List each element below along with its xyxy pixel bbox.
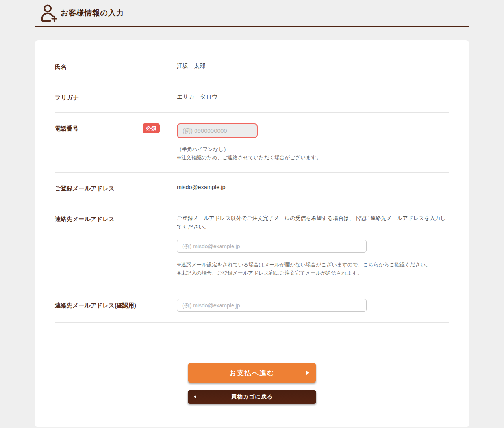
blank-note-line: ※未記入の場合、ご登録メールアドレス宛にご注文完了メールが送信されます。: [177, 269, 449, 277]
form-row-contact-email-confirm: 連絡先メールアドレス(確認用): [55, 288, 449, 323]
contact-email-label: 連絡先メールアドレス: [55, 214, 177, 277]
kochira-link[interactable]: こちら: [363, 262, 379, 268]
action-buttons: お支払へ進む 買物カゴに戻る: [55, 323, 449, 404]
contact-email-description: ご登録メールアドレス以外でご注文完了メールの受信を希望する場合は、下記に連絡先メ…: [177, 214, 448, 231]
contact-email-confirm-cell: [177, 299, 449, 312]
required-badge: 必須: [143, 123, 160, 133]
contact-email-input[interactable]: [177, 240, 367, 253]
name-value: 江坂 太郎: [177, 62, 449, 71]
contact-email-notes: ※迷惑メール設定をされている場合はメールが届かない場合がございますので、こちらか…: [177, 261, 449, 277]
phone-value-cell: （半角ハイフンなし） ※注文確認のため、ご連絡させていただく場合がございます。: [177, 123, 449, 162]
arrow-left-icon: [194, 395, 196, 399]
form-row-phone: 電話番号 必須 （半角ハイフンなし） ※注文確認のため、ご連絡させていただく場合…: [55, 113, 449, 173]
name-label: 氏名: [55, 62, 177, 71]
form-row-contact-email: 連絡先メールアドレス ご登録メールアドレス以外でご注文完了メールの受信を希望する…: [55, 203, 449, 288]
contact-email-cell: ご登録メールアドレス以外でご注文完了メールの受信を希望する場合は、下記に連絡先メ…: [177, 214, 449, 277]
phone-note-format: （半角ハイフンなし）: [177, 145, 449, 153]
form-row-name: 氏名 江坂 太郎: [55, 51, 449, 82]
phone-input[interactable]: [177, 123, 258, 138]
phone-notes: （半角ハイフンなし） ※注文確認のため、ご連絡させていただく場合がございます。: [177, 145, 449, 162]
furigana-label: フリガナ: [55, 93, 177, 102]
page-title: お客様情報の入力: [61, 8, 124, 18]
spam-note-line: ※迷惑メール設定をされている場合はメールが届かない場合がございますので、こちらか…: [177, 261, 449, 269]
registered-email-value: misdo@example.jp: [177, 183, 449, 192]
back-to-cart-button[interactable]: 買物カゴに戻る: [188, 390, 316, 404]
arrow-right-icon: [306, 370, 309, 375]
phone-label-cell: 電話番号 必須: [55, 123, 177, 162]
page-header: お客様情報の入力: [35, 0, 469, 27]
furigana-value: エサカ タロウ: [177, 93, 449, 102]
form-row-registered-email: ご登録メールアドレス misdo@example.jp: [55, 173, 449, 203]
proceed-to-payment-button[interactable]: お支払へ進む: [188, 363, 316, 383]
registered-email-label: ご登録メールアドレス: [55, 183, 177, 192]
customer-info-card: 氏名 江坂 太郎 フリガナ エサカ タロウ 電話番号 必須 （半角ハイフンなし）…: [35, 40, 469, 427]
person-add-icon: [39, 4, 57, 22]
contact-email-confirm-input[interactable]: [177, 299, 367, 312]
form-row-furigana: フリガナ エサカ タロウ: [55, 82, 449, 113]
phone-note-contact: ※注文確認のため、ご連絡させていただく場合がございます。: [177, 153, 449, 162]
phone-label: 電話番号: [55, 124, 78, 132]
contact-email-confirm-label: 連絡先メールアドレス(確認用): [55, 301, 177, 309]
